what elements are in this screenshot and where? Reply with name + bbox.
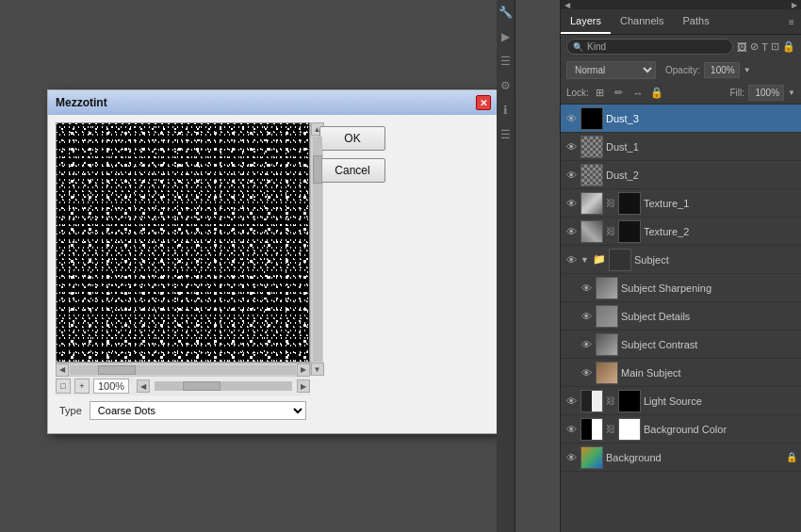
chain-texture2: ⛓ — [606, 226, 615, 236]
layer-thumb-dust2 — [580, 164, 603, 186]
layer-row-background[interactable]: 👁 Background 🔒 — [561, 443, 801, 472]
layer-row-dust3[interactable]: 👁 Dust_3 — [561, 105, 801, 133]
layer-name-subject-contrast: Subject Contrast — [621, 339, 797, 350]
collapse-left-icon[interactable]: ◀ — [564, 1, 570, 9]
ok-button[interactable]: OK — [319, 126, 385, 151]
tab-layers[interactable]: Layers — [561, 9, 611, 34]
tab-paths[interactable]: Paths — [674, 9, 719, 34]
visibility-subject-sharpening[interactable]: 👁 — [580, 282, 593, 295]
visibility-dust2[interactable]: 👁 — [564, 169, 578, 182]
visibility-dust3[interactable]: 👁 — [564, 112, 578, 125]
layer-row-light-source[interactable]: 👁 ⛓ Light Source — [561, 387, 801, 415]
visibility-light-source[interactable]: 👁 — [564, 395, 578, 408]
collapse-right-icon[interactable]: ▶ — [792, 1, 797, 9]
visibility-subject-contrast[interactable]: 👁 — [580, 338, 593, 351]
type-select[interactable]: Coarse Dots — [90, 401, 306, 420]
lock-pixels-button[interactable]: ✏ — [612, 86, 627, 101]
preview-area: ◀ ▶ ▲ ▼ □ + 100% — [56, 122, 310, 426]
mask-thumb-texture2 — [618, 220, 641, 243]
bottom-scroll-track[interactable] — [155, 381, 292, 391]
vertical-scrollbar[interactable]: ▲ ▼ — [310, 122, 323, 376]
side-icon-2[interactable]: ▶ — [498, 28, 515, 45]
layer-name-texture1: Texture_1 — [644, 198, 797, 209]
layer-row-subject-sharpening[interactable]: 👁 Subject Sharpening — [561, 274, 801, 302]
side-icon-4[interactable]: ⚙ — [498, 77, 515, 94]
visibility-subject[interactable]: 👁 — [564, 253, 578, 266]
filter-text-icon[interactable]: T — [761, 41, 768, 53]
dialog-body: ◀ ▶ ▲ ▼ □ + 100% — [48, 115, 499, 433]
side-icon-3[interactable]: ☰ — [498, 53, 515, 70]
filter-adjust-icon[interactable]: ⊘ — [750, 40, 759, 53]
layer-row-texture1[interactable]: 👁 ⛓ Texture_1 — [561, 189, 801, 218]
scroll-right-button[interactable]: ▶ — [297, 363, 310, 377]
search-icon: 🔍 — [573, 42, 583, 52]
layer-name-dust1: Dust_1 — [606, 141, 797, 153]
filter-pixel-icon[interactable]: 🖼 — [737, 41, 747, 53]
layer-row-subject-contrast[interactable]: 👁 Subject Contrast — [561, 330, 801, 359]
zoom-out-button[interactable]: □ — [56, 379, 71, 394]
mezzotint-preview — [57, 123, 309, 362]
scroll-left-button[interactable]: ◀ — [56, 363, 69, 377]
layer-row-dust1[interactable]: 👁 Dust_1 — [561, 133, 801, 161]
layers-list: 👁 Dust_3 👁 Dust_1 👁 Dust_2 👁 ⛓ Texture_1… — [561, 105, 801, 532]
zoom-level: 100% — [93, 379, 129, 394]
visibility-background[interactable]: 👁 — [564, 451, 578, 464]
side-icon-1[interactable]: 🔧 — [498, 4, 515, 21]
dialog-close-button[interactable]: ✕ — [476, 95, 491, 110]
folder-collapse-subject[interactable]: ▼ — [580, 255, 590, 265]
side-icon-5[interactable]: ℹ — [498, 102, 515, 119]
tab-channels[interactable]: Channels — [611, 9, 673, 34]
zoom-in-button[interactable]: + — [74, 379, 90, 394]
opacity-value[interactable]: 100% — [704, 62, 740, 78]
layer-thumb-subject-sharpening — [596, 277, 618, 299]
panel-tabs: Layers Channels Paths ≡ — [561, 9, 801, 35]
side-icon-6[interactable]: ☰ — [498, 126, 515, 143]
filter-smart-icon[interactable]: 🔒 — [782, 40, 795, 53]
scroll-right-small[interactable]: ▶ — [297, 379, 310, 393]
scroll-track-h[interactable] — [70, 365, 296, 375]
scroll-track-v[interactable] — [313, 137, 322, 362]
scroll-thumb-v[interactable] — [313, 155, 322, 184]
visibility-subject-details[interactable]: 👁 — [580, 310, 593, 323]
kind-label: Kind — [587, 41, 606, 52]
mask-thumb-bg-color — [618, 418, 641, 441]
mask-thumb-light-source — [618, 390, 641, 412]
lock-all-button[interactable]: 🔒 — [649, 86, 664, 101]
layer-name-texture2: Texture_2 — [644, 226, 797, 237]
preview-wrap: ◀ ▶ ▲ ▼ — [56, 122, 310, 376]
layer-thumb-bg-color — [580, 418, 603, 441]
panel-menu-button[interactable]: ≡ — [782, 12, 801, 31]
preview-controls: □ + 100% ◀ ▶ — [56, 376, 310, 395]
fill-value[interactable]: 100% — [748, 85, 784, 101]
preview-canvas — [56, 122, 310, 363]
layer-name-background: Background — [606, 452, 783, 463]
lock-position-button[interactable]: ↔ — [630, 86, 646, 101]
layer-thumb-subject-contrast — [596, 333, 618, 356]
cancel-button[interactable]: Cancel — [319, 158, 385, 183]
lock-transparent-button[interactable]: ⊞ — [593, 86, 608, 101]
layer-thumb-main-subject — [596, 362, 618, 384]
visibility-texture2[interactable]: 👁 — [564, 225, 578, 238]
blend-mode-select[interactable]: Normal — [566, 61, 656, 79]
scroll-thumb-h[interactable] — [98, 365, 136, 375]
visibility-bg-color[interactable]: 👁 — [564, 423, 578, 436]
layer-name-subject-details: Subject Details — [621, 311, 797, 322]
layer-row-main-subject[interactable]: 👁 Main Subject — [561, 359, 801, 387]
layer-row-subject-details[interactable]: 👁 Subject Details — [561, 302, 801, 330]
layer-row-subject[interactable]: 👁 ▼ 📁 Subject — [561, 246, 801, 274]
lock-fill-row: Lock: ⊞ ✏ ↔ 🔒 Fill: 100% ▼ — [561, 82, 801, 105]
visibility-main-subject[interactable]: 👁 — [580, 366, 593, 379]
visibility-dust1[interactable]: 👁 — [564, 140, 578, 153]
visibility-texture1[interactable]: 👁 — [564, 197, 578, 210]
dialog-buttons: OK Cancel — [319, 122, 385, 426]
scroll-left-small[interactable]: ◀ — [137, 379, 150, 393]
layer-row-texture2[interactable]: 👁 ⛓ Texture_2 — [561, 218, 801, 246]
horizontal-scrollbar[interactable]: ◀ ▶ — [56, 363, 310, 376]
bottom-scroll-thumb[interactable] — [183, 381, 221, 391]
filter-shape-icon[interactable]: ⊡ — [771, 40, 779, 53]
layer-name-subject: Subject — [634, 254, 797, 266]
opacity-label: Opacity: — [665, 65, 700, 75]
layer-row-bg-color[interactable]: 👁 ⛓ Background Color — [561, 415, 801, 443]
layer-row-dust2[interactable]: 👁 Dust_2 — [561, 161, 801, 189]
layers-panel: ◀ ▶ Layers Channels Paths ≡ 🔍 Kind 🖼 ⊘ T… — [560, 0, 801, 532]
